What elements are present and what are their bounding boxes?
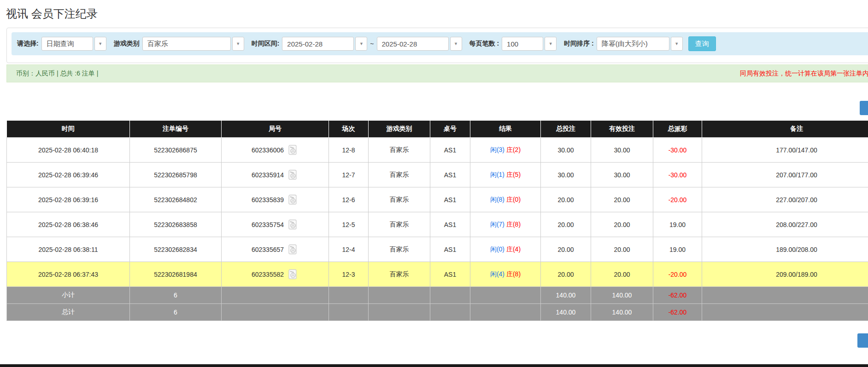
cell-bet-number: 522302686875 bbox=[130, 138, 222, 163]
cell-bet-number: 522302681984 bbox=[130, 262, 222, 287]
cell-empty bbox=[430, 304, 470, 321]
cell-bet-number: 522302685798 bbox=[130, 163, 222, 187]
cell-game-type: 百家乐 bbox=[369, 262, 430, 287]
page: 视讯 会员下注纪录 请选择: 日期查询 ▼ 游戏类别 百家乐 ▼ 时间区间: 2… bbox=[0, 0, 868, 367]
cell-valid-bet: 20.00 bbox=[591, 237, 653, 262]
cell-session: 12-4 bbox=[329, 237, 369, 262]
partial-button-top[interactable] bbox=[860, 101, 868, 115]
cell-total-bet: 20.00 bbox=[541, 262, 591, 287]
result-banker: 庄(2) bbox=[506, 146, 521, 153]
cell-remark: 227.00/207.00 bbox=[702, 187, 868, 212]
time-range-label: 时间区间: bbox=[252, 40, 280, 48]
cell-table-number: AS1 bbox=[430, 163, 470, 187]
cell-round-number: 602335582 bbox=[222, 262, 329, 287]
date-from-select[interactable]: 2025-02-28 ▼ bbox=[282, 37, 367, 51]
column-header: 结果 bbox=[470, 121, 541, 138]
round-number: 602335657 bbox=[252, 246, 284, 253]
date-from-value[interactable]: 2025-02-28 bbox=[282, 37, 354, 51]
cell-valid-bet: 20.00 bbox=[591, 212, 653, 237]
cell-label: 总计 bbox=[7, 304, 130, 321]
chevron-down-icon[interactable]: ▼ bbox=[545, 37, 557, 51]
game-type-select-value[interactable]: 百家乐 bbox=[142, 37, 231, 51]
table-row: 2025-02-28 06:39:46522302685798602335914… bbox=[7, 163, 868, 187]
result-player: 闲(1) bbox=[490, 171, 504, 178]
total-row: 总计6140.00140.00-62.00 bbox=[7, 304, 868, 321]
cell-total-bet: 20.00 bbox=[541, 212, 591, 237]
cell-game-type: 百家乐 bbox=[369, 163, 430, 187]
mode-select-value[interactable]: 日期查询 bbox=[41, 37, 93, 51]
bottom-edge-strip bbox=[0, 364, 868, 367]
cell-payout: -30.00 bbox=[653, 163, 702, 187]
chevron-down-icon[interactable]: ▼ bbox=[450, 37, 462, 51]
bet-records-table: 时间注单编号局号场次游戏类别桌号结果总投注有效投注总派彩备注 2025-02-2… bbox=[6, 121, 868, 321]
column-header: 注单编号 bbox=[130, 121, 222, 138]
chevron-down-icon[interactable]: ▼ bbox=[671, 37, 683, 51]
cell-valid-bet: 30.00 bbox=[591, 138, 653, 163]
date-to-value[interactable]: 2025-02-28 bbox=[377, 37, 449, 51]
result-banker: 庄(0) bbox=[506, 196, 521, 203]
table-row: 2025-02-28 06:37:43522302681984602335582… bbox=[7, 262, 868, 287]
column-header: 有效投注 bbox=[591, 121, 653, 138]
page-size-label: 每页笔数 : bbox=[469, 40, 499, 48]
round-number: 602335914 bbox=[252, 171, 284, 179]
chevron-down-icon[interactable]: ▼ bbox=[355, 37, 367, 51]
column-header: 总投注 bbox=[541, 121, 591, 138]
cell-remark: 208.00/227.00 bbox=[702, 212, 868, 237]
cell-time: 2025-02-28 06:38:46 bbox=[7, 212, 130, 237]
cell-round-number: 602335754 bbox=[222, 212, 329, 237]
cell-payout: -20.00 bbox=[653, 187, 702, 212]
cell-time: 2025-02-28 06:37:43 bbox=[7, 262, 130, 287]
table-row: 2025-02-28 06:38:11522302682834602335657… bbox=[7, 237, 868, 262]
round-number: 602336006 bbox=[252, 146, 284, 154]
cell-remark bbox=[702, 304, 868, 321]
video-icon[interactable] bbox=[287, 269, 299, 280]
video-icon[interactable] bbox=[287, 194, 299, 205]
cell-table-number: AS1 bbox=[430, 187, 470, 212]
chevron-down-icon[interactable]: ▼ bbox=[94, 37, 106, 51]
cell-valid-bet: 20.00 bbox=[591, 262, 653, 287]
cell-label: 小计 bbox=[7, 287, 130, 304]
result-banker: 庄(8) bbox=[506, 221, 521, 228]
video-icon[interactable] bbox=[287, 169, 299, 181]
cell-table-number: AS1 bbox=[430, 138, 470, 163]
cell-valid-bet: 140.00 bbox=[591, 287, 653, 304]
video-icon[interactable] bbox=[287, 244, 299, 255]
cell-session: 12-6 bbox=[329, 187, 369, 212]
cell-count: 6 bbox=[130, 287, 222, 304]
table-row: 2025-02-28 06:38:46522302683858602335754… bbox=[7, 212, 868, 237]
cell-empty bbox=[222, 287, 329, 304]
page-size-select[interactable]: 100 ▼ bbox=[502, 37, 557, 51]
result-player: 闲(0) bbox=[490, 245, 504, 253]
partial-button-bottom[interactable] bbox=[857, 333, 868, 348]
search-button[interactable]: 查询 bbox=[688, 36, 716, 51]
cell-time: 2025-02-28 06:40:18 bbox=[7, 138, 130, 163]
cell-payout: -62.00 bbox=[653, 287, 702, 304]
mode-select[interactable]: 日期查询 ▼ bbox=[41, 37, 106, 51]
result-player: 闲(8) bbox=[490, 196, 504, 203]
time-sort-select[interactable]: 降幂(由大到小) ▼ bbox=[597, 37, 683, 51]
cell-total-bet: 30.00 bbox=[541, 138, 591, 163]
cell-total-bet: 30.00 bbox=[541, 163, 591, 187]
cell-game-type: 百家乐 bbox=[369, 212, 430, 237]
date-to-select[interactable]: 2025-02-28 ▼ bbox=[377, 37, 462, 51]
game-type-select[interactable]: 百家乐 ▼ bbox=[142, 37, 244, 51]
cell-total-bet: 140.00 bbox=[541, 304, 591, 321]
column-header: 桌号 bbox=[430, 121, 470, 138]
cell-session: 12-3 bbox=[329, 262, 369, 287]
result-banker: 庄(5) bbox=[506, 171, 521, 178]
game-type-label: 游戏类别 bbox=[114, 40, 140, 48]
cell-result: 闲(4) 庄(8) bbox=[470, 262, 541, 287]
round-number: 602335839 bbox=[252, 196, 284, 204]
cell-result: 闲(8) 庄(0) bbox=[470, 187, 541, 212]
cell-empty bbox=[329, 287, 369, 304]
chevron-down-icon[interactable]: ▼ bbox=[232, 37, 244, 51]
result-player: 闲(3) bbox=[490, 146, 504, 153]
cell-valid-bet: 20.00 bbox=[591, 187, 653, 212]
video-icon[interactable] bbox=[287, 219, 299, 230]
cell-result: 闲(0) 庄(4) bbox=[470, 237, 541, 262]
cell-empty bbox=[470, 287, 541, 304]
cell-remark: 209.00/189.00 bbox=[702, 262, 868, 287]
video-icon[interactable] bbox=[287, 145, 299, 156]
time-sort-value[interactable]: 降幂(由大到小) bbox=[597, 37, 669, 51]
page-size-value[interactable]: 100 bbox=[502, 37, 543, 51]
